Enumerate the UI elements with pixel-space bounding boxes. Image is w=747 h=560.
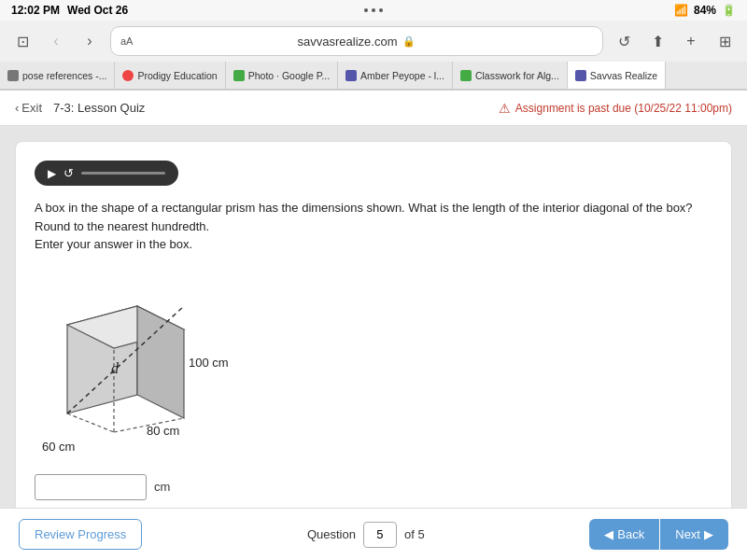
svg-text:60 cm: 60 cm bbox=[42, 440, 75, 454]
forward-browser-button[interactable]: › bbox=[77, 28, 103, 54]
back-browser-button[interactable]: ‹ bbox=[43, 28, 69, 54]
tab-classwork[interactable]: Classwork for Alg... bbox=[453, 62, 568, 89]
play-button[interactable]: ▶ bbox=[48, 167, 56, 180]
status-bar: 12:02 PM Wed Oct 26 📶 84% 🔋 bbox=[0, 0, 747, 21]
svg-text:d: d bbox=[111, 360, 120, 376]
warning-icon: ⚠ bbox=[499, 101, 511, 116]
audio-controls: ▶ ↺ bbox=[35, 161, 178, 186]
battery: 84% bbox=[694, 4, 716, 17]
pagination: Question of 5 bbox=[307, 522, 425, 548]
tab-savvas[interactable]: Savvas Realize bbox=[568, 62, 666, 89]
lock-icon: 🔒 bbox=[402, 35, 416, 48]
svg-text:80 cm: 80 cm bbox=[147, 424, 179, 438]
browser-chrome: ⊡ ‹ › aA savvasrealize.com 🔒 ↺ ⬆ + ⊞ pos… bbox=[0, 21, 747, 91]
refresh-button[interactable]: ↺ bbox=[611, 28, 637, 54]
main-content: ▶ ↺ A box in the shape of a rectangular … bbox=[0, 126, 747, 509]
next-button[interactable]: Next ▶ bbox=[660, 519, 728, 550]
question-number-input[interactable] bbox=[363, 522, 397, 548]
address-bar[interactable]: aA savvasrealize.com 🔒 bbox=[110, 26, 603, 56]
question-text: A box in the shape of a rectangular pris… bbox=[35, 199, 712, 254]
wifi-icon: 📶 bbox=[674, 4, 688, 17]
audio-progress-bar[interactable] bbox=[81, 172, 165, 175]
tabs-bar: pose references -... Prodigy Education P… bbox=[0, 62, 747, 90]
tab-amber[interactable]: Amber Peyope - l... bbox=[338, 62, 453, 89]
battery-icon: 🔋 bbox=[722, 4, 736, 17]
page-header: ‹ Exit 7-3: Lesson Quiz ⚠ Assignment is … bbox=[0, 91, 747, 126]
review-progress-button[interactable]: Review Progress bbox=[19, 519, 142, 550]
time: 12:02 PM bbox=[11, 4, 60, 17]
tab-pose[interactable]: pose references -... bbox=[0, 62, 115, 89]
chevron-left-nav-icon: ◀ bbox=[604, 527, 613, 541]
svg-marker-2 bbox=[137, 306, 184, 418]
unit-label: cm bbox=[154, 480, 170, 494]
tab-photo[interactable]: Photo · Google P... bbox=[226, 62, 338, 89]
share-button[interactable]: ⬆ bbox=[644, 28, 670, 54]
svg-text:100 cm: 100 cm bbox=[189, 356, 229, 370]
lesson-title: 7-3: Lesson Quiz bbox=[53, 101, 145, 115]
chevron-right-nav-icon: ▶ bbox=[704, 527, 713, 541]
add-tab-button[interactable]: + bbox=[678, 28, 704, 54]
date: Wed Oct 26 bbox=[67, 4, 128, 17]
answer-area: cm bbox=[35, 474, 712, 500]
exit-button[interactable]: ‹ Exit bbox=[15, 101, 42, 115]
question-card: ▶ ↺ A box in the shape of a rectangular … bbox=[15, 141, 732, 509]
svg-line-3 bbox=[67, 413, 114, 432]
back-button[interactable]: ◀ Back bbox=[589, 519, 659, 550]
url-display: savvasrealize.com bbox=[298, 35, 398, 49]
new-tab-button[interactable]: ⊡ bbox=[9, 28, 35, 54]
font-size-button[interactable]: aA bbox=[120, 35, 133, 47]
diagram-area: d 100 cm 80 cm 60 cm bbox=[35, 269, 712, 455]
tab-prodigy[interactable]: Prodigy Education bbox=[115, 62, 225, 89]
bottom-bar: Review Progress Question of 5 ◀ Back Nex… bbox=[0, 508, 747, 560]
chevron-left-icon: ‹ bbox=[15, 101, 19, 115]
replay-button[interactable]: ↺ bbox=[63, 166, 74, 180]
prism-diagram: d 100 cm 80 cm 60 cm bbox=[35, 269, 240, 455]
nav-buttons: ◀ Back Next ▶ bbox=[589, 519, 728, 550]
assignment-warning: ⚠ Assignment is past due (10/25/22 11:00… bbox=[499, 101, 732, 116]
answer-input[interactable] bbox=[35, 474, 147, 500]
tabs-overview-button[interactable]: ⊞ bbox=[712, 28, 738, 54]
total-label: of 5 bbox=[404, 527, 425, 541]
question-label: Question bbox=[307, 527, 356, 541]
